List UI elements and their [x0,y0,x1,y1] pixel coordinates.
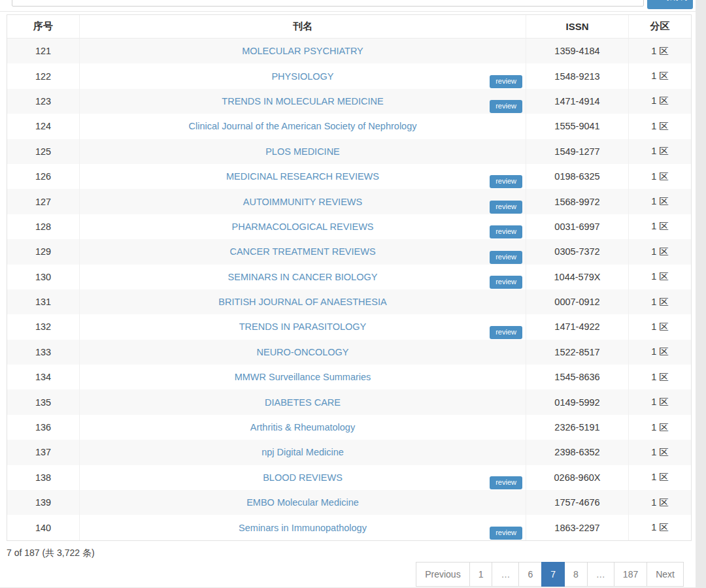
table-row: 128 PHARMACOLOGICAL REVIEWS review 0031-… [7,214,691,239]
journal-name-link[interactable]: BLOOD REVIEWS [263,472,343,483]
journal-name-link[interactable]: EMBO Molecular Medicine [246,497,359,508]
row-serial-number: 128 [7,221,79,232]
row-issn: 0198-6325 [526,164,629,189]
row-serial-number: 139 [7,497,79,508]
row-zone: 1 区 [629,95,691,107]
journal-name-link[interactable]: Arthritis & Rheumatology [250,422,355,433]
journal-name-link[interactable]: MOLECULAR PSYCHIATRY [242,46,363,56]
row-issn: 1568-9972 [526,189,629,214]
pagination-ellipsis: … [492,562,519,587]
results-summary: 7 of 187 (共 3,722 条) [7,547,95,559]
row-serial-number: 125 [7,146,79,157]
table-row: 131 BRITISH JOURNAL OF ANAESTHESIA 0007-… [7,289,691,314]
pagination-page-button[interactable]: 6 [518,562,542,587]
review-badge[interactable]: review [490,175,522,188]
review-badge[interactable]: review [490,225,522,238]
table-header-row: 序号 刊名 ISSN 分区 [7,15,691,39]
journal-name-link[interactable]: MMWR Surveillance Summaries [235,372,371,382]
divider [0,11,696,12]
header-zone: 分区 [629,20,691,33]
journal-name-link[interactable]: Seminars in Immunopathology [239,523,367,533]
review-badge[interactable]: review [490,100,522,113]
row-issn: 0305-7372 [526,239,629,264]
row-journal-cell: PHARMACOLOGICAL REVIEWS review [79,214,526,239]
journal-name-link[interactable]: TRENDS IN PARASITOLOGY [239,321,366,332]
table-row: 129 CANCER TREATMENT REVIEWS review 0305… [7,239,691,264]
review-badge[interactable]: review [490,476,522,489]
journal-name-link[interactable]: TRENDS IN MOLECULAR MEDICINE [222,96,383,106]
journal-name-link[interactable]: BRITISH JOURNAL OF ANAESTHESIA [218,297,386,307]
row-issn: 1044-579X [526,265,629,289]
row-serial-number: 131 [7,297,79,307]
row-serial-number: 136 [7,422,79,433]
row-issn: 1863-2297 [526,515,629,540]
pagination-next-button[interactable]: Next [647,562,684,587]
table-row: 134 MMWR Surveillance Summaries 1545-863… [7,365,691,389]
row-issn: 1545-8636 [526,365,629,389]
journal-name-link[interactable]: PHARMACOLOGICAL REVIEWS [231,221,373,232]
row-issn: 1757-4676 [526,490,629,515]
row-serial-number: 133 [7,347,79,357]
journal-name-link[interactable]: AUTOIMMUNITY REVIEWS [243,197,362,207]
row-journal-cell: TRENDS IN MOLECULAR MEDICINE review [79,89,526,114]
table-row: 127 AUTOIMMUNITY REVIEWS review 1568-997… [7,189,691,214]
pagination-page-button[interactable]: 1 [469,562,493,587]
search-journal-button[interactable]: 查询期刊 [647,0,693,9]
table-row: 135 DIABETES CARE 0149-5992 1 区 [7,389,691,414]
journal-name-link[interactable]: PHYSIOLOGY [271,71,333,82]
row-journal-cell: CANCER TREATMENT REVIEWS review [79,239,526,264]
table-row: 139 EMBO Molecular Medicine 1757-4676 1 … [7,490,691,515]
pagination-page-button[interactable]: 7 [541,562,565,587]
row-issn: 0007-0912 [526,289,629,314]
header-serial-number: 序号 [7,20,79,33]
row-zone: 1 区 [629,45,691,57]
pagination-page-button[interactable]: 187 [614,562,647,587]
row-zone: 1 区 [629,246,691,258]
review-badge[interactable]: review [490,75,522,88]
journal-name-link[interactable]: PLOS MEDICINE [265,146,340,157]
row-issn: 1549-1277 [526,139,629,164]
row-journal-cell: DIABETES CARE [79,389,526,414]
review-badge[interactable]: review [490,527,522,540]
row-serial-number: 134 [7,372,79,382]
review-badge[interactable]: review [490,251,522,264]
journal-name-link[interactable]: CANCER TREATMENT REVIEWS [229,246,375,257]
row-journal-cell: MEDICINAL RESEARCH REVIEWS review [79,164,526,189]
journal-name-link[interactable]: SEMINARS IN CANCER BIOLOGY [228,272,378,282]
table-row: 136 Arthritis & Rheumatology 2326-5191 1… [7,415,691,440]
row-journal-cell: NEURO-ONCOLOGY [79,340,526,365]
table-row: 125 PLOS MEDICINE 1549-1277 1 区 [7,139,691,164]
table-row: 124 Clinical Journal of the American Soc… [7,114,691,139]
journal-name-link[interactable]: DIABETES CARE [265,397,341,408]
pagination: Previous1…678…187Next [416,562,684,587]
table-row: 126 MEDICINAL RESEARCH REVIEWS review 01… [7,164,691,189]
table-row: 138 BLOOD REVIEWS review 0268-960X 1 区 [7,465,691,490]
journal-name-link[interactable]: Clinical Journal of the American Society… [189,121,417,131]
row-serial-number: 130 [7,272,79,282]
row-journal-cell: Arthritis & Rheumatology [79,415,526,440]
row-serial-number: 126 [7,171,79,182]
review-badge[interactable]: review [490,326,522,339]
row-serial-number: 137 [7,447,79,457]
pagination-previous-button[interactable]: Previous [416,562,469,587]
table-row: 132 TRENDS IN PARASITOLOGY review 1471-4… [7,314,691,339]
row-journal-cell: BRITISH JOURNAL OF ANAESTHESIA [79,289,526,314]
row-issn: 0268-960X [526,465,629,490]
row-journal-cell: BLOOD REVIEWS review [79,465,526,490]
pagination-page-button[interactable]: 8 [564,562,588,587]
row-zone: 1 区 [629,195,691,208]
row-issn: 0149-5992 [526,389,629,414]
journal-name-link[interactable]: NEURO-ONCOLOGY [257,347,349,357]
review-badge[interactable]: review [490,201,522,214]
row-serial-number: 127 [7,197,79,207]
row-zone: 1 区 [629,145,691,157]
row-zone: 1 区 [629,120,691,133]
row-serial-number: 122 [7,71,79,82]
row-zone: 1 区 [629,396,691,408]
row-journal-cell: PHYSIOLOGY review [79,63,526,88]
journal-search-input[interactable] [12,0,644,7]
journal-name-link[interactable]: MEDICINAL RESEARCH REVIEWS [226,171,379,182]
journal-name-link[interactable]: npj Digital Medicine [261,447,344,457]
header-journal-name: 刊名 [79,15,526,38]
review-badge[interactable]: review [490,276,522,289]
